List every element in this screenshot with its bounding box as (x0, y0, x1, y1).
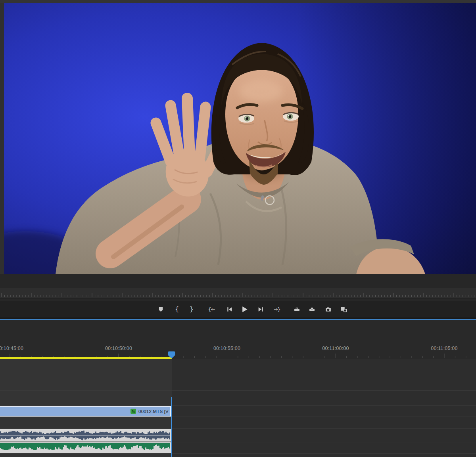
timeline-panel[interactable]: 00:10:45:00 00:10:50:00 00:10:55:00 00:1… (0, 320, 476, 457)
transport-comparison-view-button[interactable] (338, 304, 349, 315)
ruler-timecode: 00:11:05:00 (431, 346, 457, 351)
timeline-tracks[interactable]: fx 00012.MTS [V (0, 359, 476, 457)
audio-clip-stereo[interactable] (0, 429, 171, 442)
video-clip-00012[interactable]: fx 00012.MTS [V (0, 406, 171, 417)
transport-go-to-out-button[interactable]: →} (271, 304, 283, 315)
monitor-chrome-strip (0, 298, 476, 301)
video-still-image (4, 3, 476, 274)
ruler-timecode: 00:10:50:00 (105, 346, 132, 351)
transport-lift-button[interactable] (291, 304, 303, 315)
transport-mark-out-button[interactable]: } (186, 304, 198, 315)
playhead-line[interactable] (171, 397, 172, 457)
playhead-handle[interactable] (168, 351, 175, 359)
track-separator (0, 417, 476, 417)
transport-add-marker-button[interactable] (155, 304, 167, 315)
track-separator (0, 390, 476, 391)
clip-name: 00012.MTS [V (138, 409, 169, 414)
audio-waveform-stereo (0, 430, 170, 441)
monitor-ruler-ticks (0, 288, 476, 298)
video-preview (4, 3, 476, 274)
transport-play-button[interactable] (238, 304, 250, 315)
render-bar (0, 357, 172, 359)
monitor-time-ruler[interactable] (0, 288, 476, 298)
ruler-timecode: 00:10:45:00 (0, 346, 23, 351)
audio-clip-mono[interactable] (0, 442, 171, 453)
track-separator (0, 453, 476, 454)
monitor-frame-left (0, 3, 4, 274)
monitor-frame-top (0, 0, 476, 3)
ruler-timecode: 00:11:00:00 (322, 346, 349, 351)
transport-controls: {}{←→} (0, 301, 476, 317)
fx-badge: fx (131, 409, 136, 414)
ruler-timecode: 00:10:55:00 (213, 346, 240, 351)
track-separator (0, 428, 476, 429)
transport-export-frame-button[interactable] (322, 304, 334, 315)
transport-go-to-in-button[interactable]: {← (205, 304, 217, 315)
transport-mark-in-button[interactable]: { (171, 304, 183, 315)
transport-extract-button[interactable] (306, 304, 318, 315)
monitor-chrome (0, 274, 476, 288)
transport-step-forward-button[interactable] (255, 304, 267, 315)
transport-step-back-button[interactable] (223, 304, 235, 315)
audio-waveform-mono (0, 442, 170, 453)
